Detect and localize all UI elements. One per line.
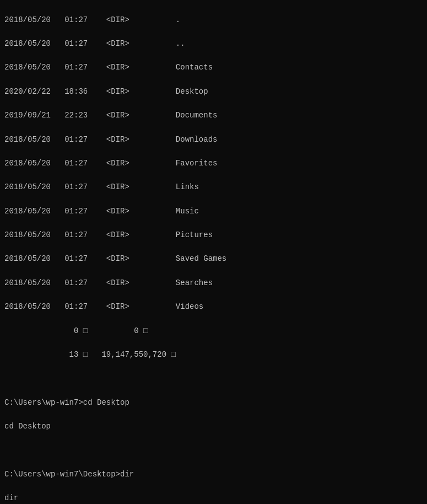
terminal-window: 2018/05/20 01:27 <DIR> . 2018/05/20 01:2… — [0, 0, 427, 504]
dir-line-11: 2018/05/20 01:27 <DIR> Saved Games — [4, 254, 226, 263]
dir-line-1: 2018/05/20 01:27 <DIR> . — [4, 15, 180, 24]
dir-line-2: 2018/05/20 01:27 <DIR> .. — [4, 39, 185, 48]
summary-2: 13 □ 19,147,550,720 □ — [4, 350, 176, 359]
dir-line-9: 2018/05/20 01:27 <DIR> Music — [4, 207, 199, 216]
summary-1: 0 □ 0 □ — [4, 326, 148, 335]
dir-line-12: 2018/05/20 01:27 <DIR> Searches — [4, 278, 213, 287]
dir-line-10: 2018/05/20 01:27 <DIR> Pictures — [4, 230, 213, 239]
dir-line-6: 2018/05/20 01:27 <DIR> Downloads — [4, 135, 217, 144]
cmd2-echo: dir — [4, 494, 18, 502]
dir-line-5: 2019/09/21 22:23 <DIR> Documents — [4, 111, 217, 120]
dir-line-8: 2018/05/20 01:27 <DIR> Links — [4, 183, 199, 191]
dir-line-7: 2018/05/20 01:27 <DIR> Favorites — [4, 159, 217, 168]
cmd1-echo: cd Desktop — [4, 422, 51, 431]
cmd1-prompt: C:\Users\wp-win7>cd Desktop — [4, 398, 129, 407]
dir-line-3: 2018/05/20 01:27 <DIR> Contacts — [4, 63, 213, 72]
cmd2-prompt: C:\Users\wp-win7\Desktop>dir — [4, 470, 134, 479]
dir-line-13: 2018/05/20 01:27 <DIR> Videos — [4, 302, 203, 311]
dir-line-4: 2020/02/22 18:36 <DIR> Desktop — [4, 87, 208, 96]
